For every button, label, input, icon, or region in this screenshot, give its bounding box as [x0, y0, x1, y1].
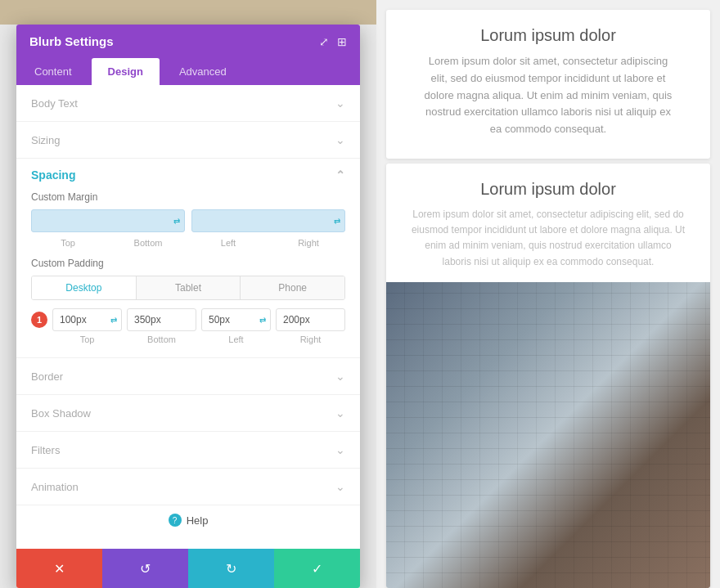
padding-right-wrapper — [276, 308, 345, 331]
top-card-title: Lorum ipsum dolor — [419, 26, 677, 45]
margin-inputs-row: ⇄ ⇄ — [31, 209, 345, 232]
redo-icon: ↻ — [226, 561, 236, 577]
grid-icon[interactable]: ⊞ — [337, 35, 347, 48]
padding-bottom-wrapper — [127, 308, 196, 331]
bottom-card-text: Lorem ipsum dolor sit amet, consectetur … — [411, 207, 686, 270]
margin-topbottom-wrapper: ⇄ — [31, 209, 185, 232]
animation-label: Animation — [31, 481, 79, 493]
padding-right-group — [276, 308, 345, 331]
box-shadow-section[interactable]: Box Shadow ⌄ — [16, 395, 360, 432]
animation-section[interactable]: Animation ⌄ — [16, 469, 360, 505]
margin-top-bottom-input[interactable] — [31, 209, 185, 232]
spacing-label: Spacing — [31, 168, 75, 182]
margin-bottom-label: Bottom — [111, 238, 185, 248]
padding-link-icon-top: ⇄ — [110, 316, 117, 325]
body-text-label: Body Text — [31, 97, 78, 110]
spacing-chevron-up: ⌃ — [335, 168, 345, 182]
blurb-settings-modal: Blurb Settings ⤢ ⊞ Content Design Advanc… — [16, 25, 360, 588]
sizing-label: Sizing — [31, 134, 60, 146]
modal-tabs: Content Design Advanced — [16, 58, 360, 85]
padding-link-icon-lr: ⇄ — [259, 316, 266, 325]
sizing-section[interactable]: Sizing ⌄ — [16, 122, 360, 159]
spacing-section: Spacing ⌃ Custom Margin ⇄ — [16, 159, 360, 358]
padding-top-wrapper: ⇄ — [52, 308, 122, 331]
resize-icon[interactable]: ⤢ — [319, 35, 329, 48]
modal-footer: ✕ ↺ ↻ ✓ — [16, 549, 360, 588]
redo-button[interactable]: ↻ — [188, 549, 274, 588]
padding-bottom-label: Bottom — [127, 334, 196, 344]
tab-content[interactable]: Content — [18, 58, 88, 85]
margin-top-bottom-group: ⇄ — [31, 209, 185, 232]
margin-left-label: Left — [191, 238, 265, 248]
help-text: Help — [187, 514, 209, 527]
padding-labels-row: Top Bottom Left Right — [52, 334, 345, 344]
top-preview — [0, 0, 376, 25]
padding-top-label: Top — [52, 334, 122, 344]
bottom-card-title: Lorum ipsum dolor — [411, 180, 686, 199]
device-tab-tablet[interactable]: Tablet — [137, 276, 241, 299]
padding-left-group: ⇄ — [201, 308, 271, 331]
confirm-icon: ✓ — [312, 561, 322, 577]
padding-inputs-row: 1 ⇄ — [31, 308, 345, 331]
padding-top-group: ⇄ — [52, 308, 122, 331]
sizing-chevron: ⌄ — [335, 133, 345, 146]
custom-padding-label: Custom Padding — [31, 258, 345, 269]
margin-right-label: Right — [272, 238, 345, 248]
building-image — [386, 282, 710, 588]
margin-labels-row: Top Bottom Left Right — [31, 236, 345, 248]
left-panel: Blurb Settings ⤢ ⊞ Content Design Advanc… — [0, 0, 376, 588]
filters-section[interactable]: Filters ⌄ — [16, 432, 360, 469]
padding-bottom-input[interactable] — [127, 308, 196, 331]
padding-left-wrapper: ⇄ — [201, 308, 271, 331]
top-card: Lorum ipsum dolor Lorem ipsum dolor sit … — [386, 10, 710, 159]
bottom-card: Lorum ipsum dolor Lorem ipsum dolor sit … — [386, 164, 710, 588]
box-shadow-label: Box Shadow — [31, 407, 91, 420]
help-row[interactable]: ? Help — [16, 505, 360, 535]
filters-chevron: ⌄ — [335, 443, 345, 456]
border-section[interactable]: Border ⌄ — [16, 358, 360, 395]
margin-link-icon-right: ⇄ — [334, 217, 340, 226]
body-text-chevron: ⌄ — [335, 97, 345, 110]
padding-left-label: Left — [201, 334, 271, 344]
bottom-card-content: Lorum ipsum dolor Lorem ipsum dolor sit … — [386, 164, 710, 282]
modal-title: Blurb Settings — [29, 34, 114, 48]
body-text-section[interactable]: Body Text ⌄ — [16, 85, 360, 122]
padding-right-label: Right — [276, 334, 345, 344]
undo-button[interactable]: ↺ — [102, 549, 188, 588]
padding-right-input[interactable] — [276, 308, 345, 331]
border-chevron: ⌄ — [335, 370, 345, 383]
margin-leftright-wrapper: ⇄ — [191, 209, 345, 232]
border-label: Border — [31, 370, 63, 383]
padding-bottom-group — [127, 308, 196, 331]
margin-link-icon-left: ⇄ — [173, 217, 180, 226]
right-panel: Lorum ipsum dolor Lorem ipsum dolor sit … — [376, 0, 720, 588]
margin-top-label: Top — [31, 238, 105, 248]
cancel-button[interactable]: ✕ — [16, 549, 102, 588]
top-card-text: Lorem ipsum dolor sit amet, consectetur … — [419, 53, 677, 138]
help-icon: ? — [169, 514, 182, 527]
spacing-title[interactable]: Spacing ⌃ — [31, 168, 345, 182]
device-tabs: Desktop Tablet Phone — [31, 276, 345, 300]
modal-header: Blurb Settings ⤢ ⊞ — [16, 25, 360, 58]
confirm-button[interactable]: ✓ — [274, 549, 360, 588]
modal-body: Body Text ⌄ Sizing ⌄ Spacing ⌃ Custom Ma… — [16, 85, 360, 549]
box-shadow-chevron: ⌄ — [335, 406, 345, 420]
margin-left-right-input[interactable] — [191, 209, 345, 232]
filters-label: Filters — [31, 444, 60, 456]
modal-header-icons: ⤢ ⊞ — [319, 35, 347, 48]
padding-number-badge: 1 — [31, 312, 47, 328]
device-tab-phone[interactable]: Phone — [241, 276, 344, 299]
cancel-icon: ✕ — [54, 561, 65, 577]
undo-icon: ↺ — [140, 561, 151, 577]
margin-left-right-group: ⇄ — [191, 209, 345, 232]
device-tab-desktop[interactable]: Desktop — [32, 276, 137, 299]
custom-margin-label: Custom Margin — [31, 191, 345, 203]
tab-design[interactable]: Design — [92, 58, 160, 85]
animation-chevron: ⌄ — [335, 480, 345, 493]
tab-advanced[interactable]: Advanced — [163, 58, 243, 85]
